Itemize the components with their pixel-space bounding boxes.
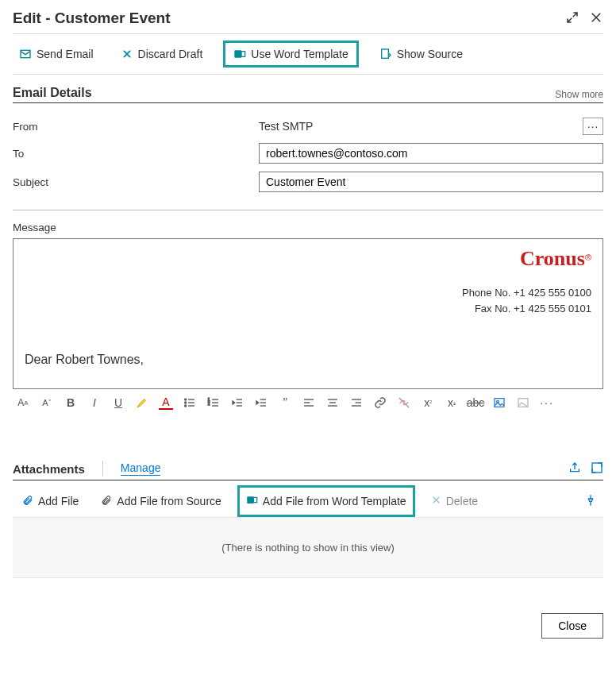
- close-icon[interactable]: [589, 10, 603, 27]
- subject-label: Subject: [13, 176, 259, 188]
- svg-point-5: [185, 402, 187, 403]
- svg-rect-31: [495, 399, 504, 407]
- add-file-button[interactable]: Add File: [16, 487, 85, 516]
- outdent-icon[interactable]: [230, 396, 244, 410]
- email-details-heading: Email Details: [13, 86, 92, 100]
- delete-icon: [431, 495, 441, 507]
- link-icon[interactable]: [373, 396, 387, 410]
- unlink-icon[interactable]: [397, 396, 411, 410]
- add-file-word-label: Add File from Word Template: [263, 495, 406, 507]
- attach-icon: [22, 495, 33, 508]
- insert-image-icon[interactable]: [492, 396, 506, 410]
- to-input[interactable]: [259, 143, 603, 164]
- message-label: Message: [13, 222, 603, 233]
- discard-draft-label: Discard Draft: [138, 48, 203, 60]
- highlight-icon[interactable]: [135, 396, 149, 410]
- show-source-icon: [379, 48, 392, 60]
- send-email-label: Send Email: [37, 48, 94, 60]
- svg-rect-3: [381, 49, 388, 58]
- from-label: From: [13, 121, 259, 133]
- phone-value: +1 425 555 0100: [514, 287, 591, 299]
- pin-icon[interactable]: [584, 494, 603, 509]
- discard-draft-button[interactable]: Discard Draft: [114, 44, 210, 64]
- svg-rect-36: [253, 497, 256, 502]
- attachments-toolbar: Add File Add File from Source Add File f…: [13, 485, 603, 518]
- more-options-icon[interactable]: ···: [540, 396, 554, 410]
- add-file-word-template-button[interactable]: Add File from Word Template: [237, 485, 415, 517]
- align-right-icon[interactable]: [349, 396, 364, 410]
- svg-rect-2: [241, 52, 245, 57]
- show-source-button[interactable]: Show Source: [373, 44, 469, 64]
- use-word-template-label: Use Word Template: [251, 48, 348, 60]
- fax-value: +1 425 555 0101: [514, 303, 591, 314]
- number-list-icon[interactable]: 12: [206, 396, 221, 410]
- subject-input[interactable]: [259, 172, 603, 192]
- phone-label: Phone No.: [462, 287, 510, 299]
- word-template-icon: [233, 48, 246, 60]
- attach-source-icon: [101, 495, 112, 508]
- fax-label: Fax No.: [475, 303, 511, 314]
- add-file-source-label: Add File from Source: [117, 495, 221, 507]
- superscript-icon[interactable]: x²: [421, 396, 435, 410]
- add-file-label: Add File: [38, 495, 79, 507]
- add-file-source-button[interactable]: Add File from Source: [94, 487, 228, 516]
- svg-point-4: [185, 399, 187, 400]
- svg-text:2: 2: [208, 402, 210, 406]
- from-lookup-button[interactable]: ···: [583, 118, 603, 135]
- message-salutation: Dear Robert Townes,: [25, 353, 591, 367]
- brand-mark: ®: [585, 253, 591, 262]
- word-template-small-icon: [246, 494, 258, 508]
- close-button[interactable]: Close: [541, 613, 603, 639]
- attachments-heading: Attachments: [13, 462, 85, 476]
- brand-logo: Cronus: [520, 247, 585, 270]
- page-title: Edit - Customer Event: [13, 10, 170, 27]
- to-label: To: [13, 148, 259, 160]
- bullet-list-icon[interactable]: [183, 396, 197, 410]
- use-word-template-button[interactable]: Use Word Template: [223, 41, 358, 68]
- insert-image-disabled-icon: [516, 396, 530, 410]
- bold-icon[interactable]: B: [64, 396, 78, 410]
- svg-point-6: [185, 405, 187, 407]
- rich-text-toolbar: AA A˅ B I U A 12 ” x² x₂ abc ···: [13, 389, 603, 416]
- font-shrink-icon[interactable]: A˅: [40, 396, 54, 410]
- show-source-label: Show Source: [397, 48, 463, 60]
- subscript-icon[interactable]: x₂: [445, 396, 459, 410]
- quote-icon[interactable]: ”: [278, 396, 292, 410]
- delete-label: Delete: [446, 495, 478, 507]
- svg-rect-1: [235, 50, 242, 57]
- indent-icon[interactable]: [254, 396, 268, 410]
- send-email-button[interactable]: Send Email: [13, 44, 100, 64]
- attachments-empty-state: (There is nothing to show in this view): [13, 518, 603, 578]
- send-email-icon: [19, 48, 32, 60]
- italic-icon[interactable]: I: [87, 396, 102, 410]
- font-color-icon[interactable]: A: [159, 396, 173, 410]
- share-icon[interactable]: [568, 461, 581, 477]
- font-grow-icon[interactable]: AA: [16, 396, 30, 410]
- show-more-link[interactable]: Show more: [555, 89, 603, 100]
- strikethrough-icon[interactable]: abc: [468, 396, 483, 410]
- svg-rect-34: [592, 463, 602, 473]
- expand-icon[interactable]: [565, 10, 579, 27]
- discard-icon: [121, 48, 133, 60]
- maximize-section-icon[interactable]: [591, 461, 603, 477]
- underline-icon[interactable]: U: [111, 396, 125, 410]
- delete-attachment-button[interactable]: Delete: [425, 487, 484, 515]
- align-center-icon[interactable]: [325, 396, 340, 410]
- action-toolbar: Send Email Discard Draft Use Word Templa…: [13, 33, 603, 75]
- svg-rect-35: [247, 496, 253, 504]
- manage-link[interactable]: Manage: [121, 461, 161, 476]
- from-value: Test SMTP: [259, 120, 313, 133]
- align-left-icon[interactable]: [302, 396, 316, 410]
- message-editor[interactable]: Cronus® Phone No. +1 425 555 0100 Fax No…: [13, 238, 603, 389]
